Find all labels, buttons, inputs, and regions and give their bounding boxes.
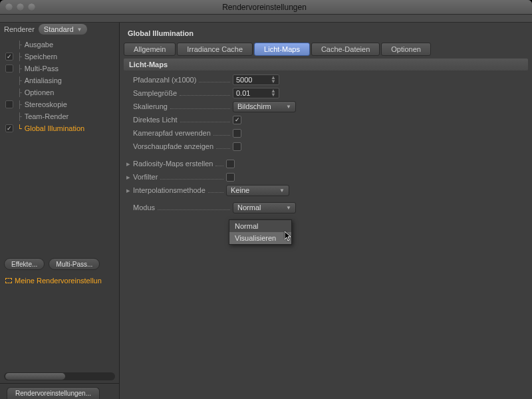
main-panel: Global Illumination Allgemein Irradiance… <box>120 23 532 399</box>
panel-header: Global Illumination <box>124 27 528 40</box>
label-vorschau: Vorschaupfade anzeigen <box>133 142 213 150</box>
checkbox-vorschau[interactable] <box>233 142 241 151</box>
row-interp: ▸ Interpolationsmethode Keine▼ <box>126 184 528 197</box>
checkbox-multipass[interactable] <box>5 65 13 72</box>
label-vorfilter: Vorfilter <box>133 173 158 181</box>
chevron-down-icon: ▼ <box>286 104 291 110</box>
close-icon[interactable] <box>5 3 13 11</box>
label-modus: Modus <box>133 203 155 211</box>
scrollbar-thumb[interactable] <box>5 373 65 380</box>
row-vorschau: Vorschaupfade anzeigen <box>133 140 528 153</box>
effects-button[interactable]: Effekte... <box>4 258 45 270</box>
row-samplegroesse: Samplegröße 0.01▲▼ <box>133 86 528 100</box>
multipass-button[interactable]: Multi-Pass... <box>49 258 100 270</box>
sidebar-item-gi[interactable]: └Global Illumination <box>0 122 119 134</box>
tab-allgemein[interactable]: Allgemein <box>124 43 176 56</box>
sidebar-item-antialiasing[interactable]: ├Antialiasing <box>0 74 119 86</box>
sidebar-buttons: Effekte... Multi-Pass... <box>0 254 119 274</box>
checkbox-radiosity[interactable] <box>226 160 235 168</box>
render-settings-window: Rendervoreinstellungen Renderer Standard… <box>0 0 532 399</box>
sidebar-tree: ├Ausgabe ├Speichern ├Multi-Pass ├Antiali… <box>0 39 119 134</box>
row-skalierung: Skalierung Bildschirm▼ <box>133 100 528 113</box>
window-title: Rendervoreinstellungen <box>35 3 493 12</box>
checkbox-direktes[interactable] <box>233 116 241 124</box>
renderer-value: Standard <box>44 25 74 33</box>
row-radiosity: ▸ Radiosity-Maps erstellen <box>126 157 528 170</box>
label-pfadanzahl: Pfadanzahl (x1000) <box>133 76 196 84</box>
dropdown-skalierung[interactable]: Bildschirm▼ <box>233 101 296 112</box>
label-skalierung: Skalierung <box>133 102 168 110</box>
input-samplegroesse[interactable]: 0.01▲▼ <box>233 88 279 98</box>
renderer-select[interactable]: Standard ▼ <box>39 24 88 35</box>
sidebar-item-ausgabe[interactable]: ├Ausgabe <box>0 39 119 51</box>
bottom-tab[interactable]: Rendervoreinstellungen... <box>7 387 100 399</box>
sidebar-scrollbar[interactable] <box>4 372 115 380</box>
bottom-tabbar: Rendervoreinstellungen... <box>0 383 119 399</box>
titlebar[interactable]: Rendervoreinstellungen <box>0 0 532 15</box>
zoom-icon[interactable] <box>28 3 35 11</box>
renderer-row: Renderer Standard ▼ <box>0 23 119 36</box>
row-direktes-licht: Direktes Licht <box>133 113 528 126</box>
preset-icon <box>5 278 12 283</box>
sidebar: Renderer Standard ▼ ├Ausgabe ├Speichern … <box>0 23 120 399</box>
tab-irradiance[interactable]: Irradiance Cache <box>177 43 253 56</box>
checkbox-speichern[interactable] <box>5 53 13 61</box>
checkbox-vorfilter[interactable] <box>226 173 235 182</box>
row-vorfilter: ▸ Vorfilter <box>126 170 528 184</box>
popup-item-normal[interactable]: Normal <box>229 220 291 232</box>
preset-row[interactable]: Meine Rendervoreinstellun <box>0 274 119 287</box>
checkbox-gi[interactable] <box>5 124 13 132</box>
disclosure-icon[interactable]: ▸ <box>126 186 133 195</box>
toolbar-strip <box>0 15 532 23</box>
renderer-label: Renderer <box>4 25 35 33</box>
chevron-down-icon: ▼ <box>279 188 285 194</box>
sidebar-item-teamrender[interactable]: ├Team-Render <box>0 110 119 122</box>
preset-label: Meine Rendervoreinstellun <box>15 277 102 285</box>
modus-popup: Normal Visualisieren <box>229 219 292 245</box>
content-split: Renderer Standard ▼ ├Ausgabe ├Speichern … <box>0 23 532 399</box>
sidebar-item-multipass[interactable]: ├Multi-Pass <box>0 63 119 74</box>
sidebar-item-optionen[interactable]: ├Optionen <box>0 86 119 98</box>
chevron-down-icon: ▼ <box>286 205 291 211</box>
row-kamerapfad: Kamerapfad verwenden <box>133 126 528 140</box>
label-direktes: Direktes Licht <box>133 116 178 124</box>
label-samplegroesse: Samplegröße <box>133 89 177 97</box>
popup-item-visualisieren[interactable]: Visualisieren <box>229 232 291 244</box>
row-pfadanzahl: Pfadanzahl (x1000) 5000▲▼ <box>133 73 528 86</box>
row-modus: Modus Normal▼ <box>133 201 528 214</box>
label-kamerapfad: Kamerapfad verwenden <box>133 129 211 137</box>
sidebar-item-stereoskopie[interactable]: ├Stereoskopie <box>0 98 119 110</box>
section-header: Licht-Maps <box>124 59 528 70</box>
checkbox-kamerapfad[interactable] <box>233 129 241 138</box>
input-pfadanzahl[interactable]: 5000▲▼ <box>233 74 279 85</box>
label-interp: Interpolationsmethode <box>133 186 205 194</box>
tab-optionen[interactable]: Optionen <box>381 43 431 56</box>
tab-row: Allgemein Irradiance Cache Licht-Maps Ca… <box>124 43 528 56</box>
spinner-icon[interactable]: ▲▼ <box>271 76 276 84</box>
chevron-down-icon: ▼ <box>77 27 82 33</box>
sidebar-item-speichern[interactable]: ├Speichern <box>0 51 119 63</box>
label-radiosity: Radiosity-Maps erstellen <box>133 160 213 168</box>
checkbox-stereoskopie[interactable] <box>5 100 13 108</box>
disclosure-icon[interactable]: ▸ <box>126 173 133 182</box>
disclosure-icon[interactable]: ▸ <box>126 160 133 168</box>
dropdown-interp[interactable]: Keine▼ <box>226 185 289 196</box>
traffic-lights <box>5 3 35 11</box>
minimize-icon[interactable] <box>17 3 24 11</box>
dropdown-modus[interactable]: Normal▼ <box>233 202 296 213</box>
tab-lichtmaps[interactable]: Licht-Maps <box>254 43 310 56</box>
spinner-icon[interactable]: ▲▼ <box>271 89 276 97</box>
tab-cache[interactable]: Cache-Dateien <box>311 43 380 56</box>
